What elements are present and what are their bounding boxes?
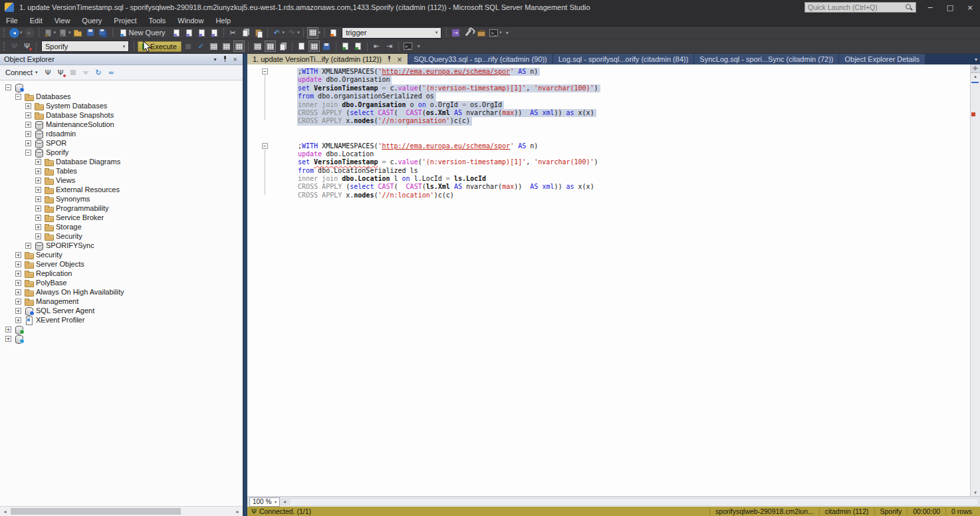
menu-edit[interactable]: Edit xyxy=(24,15,49,27)
expand-icon[interactable]: + xyxy=(35,196,41,202)
collapse-icon[interactable]: − xyxy=(25,150,31,156)
tree-item-spor[interactable]: +SPOR xyxy=(0,138,243,148)
new-query-button[interactable]: New Query xyxy=(116,28,170,37)
expand-icon[interactable]: + xyxy=(25,131,31,137)
expand-icon[interactable]: + xyxy=(35,215,41,221)
expand-icon[interactable]: + xyxy=(15,261,21,267)
navigate-backward-icon[interactable]: ◂ xyxy=(9,27,20,39)
undo-icon[interactable]: ↶ xyxy=(271,27,283,39)
include-actual-plan-icon[interactable] xyxy=(233,41,245,52)
intellisense-dropdown-icon[interactable]: ▾ xyxy=(318,30,321,35)
tree-item-service-broker[interactable]: +Service Broker xyxy=(0,213,243,222)
new-dmx-query-icon[interactable] xyxy=(184,27,195,39)
expand-icon[interactable]: + xyxy=(5,326,11,332)
new-query-template-dropdown-icon[interactable]: ▾ xyxy=(54,30,57,35)
filter-icon[interactable] xyxy=(80,67,92,78)
expand-icon[interactable]: + xyxy=(25,243,31,249)
intellisense-enabled-icon[interactable] xyxy=(307,27,318,39)
close-icon[interactable]: × xyxy=(397,56,402,63)
scroll-down-icon[interactable]: ▾ xyxy=(971,490,980,495)
properties-wrench-icon[interactable] xyxy=(463,27,474,39)
tab-1[interactable]: 1. update VersionTi...ify (citadmin (112… xyxy=(247,54,408,64)
include-client-statistics-icon[interactable] xyxy=(252,41,263,52)
expand-icon[interactable]: + xyxy=(35,205,41,211)
new-xmla-query-icon[interactable] xyxy=(196,27,207,39)
change-connection-icon[interactable]: Ψ xyxy=(21,41,33,52)
expand-icon[interactable]: + xyxy=(35,178,41,184)
tab-5[interactable]: Object Explorer Details xyxy=(839,54,925,64)
tab-2[interactable]: SQLQuery33.sql - sp...rify (citadmin (90… xyxy=(408,54,552,64)
object-explorer-hscrollbar[interactable]: ◂ ▸ xyxy=(0,506,243,516)
increase-indent-icon[interactable]: ⇥ xyxy=(384,41,395,52)
minimize-button[interactable]: ─ xyxy=(920,0,940,15)
include-live-query-statistics-icon[interactable] xyxy=(265,41,276,52)
paste-icon[interactable] xyxy=(253,27,264,39)
expand-icon[interactable]: + xyxy=(35,168,41,174)
quick-launch-box[interactable] xyxy=(804,2,916,13)
editor-hscrollbar[interactable] xyxy=(289,498,979,506)
toolbox-icon[interactable] xyxy=(475,27,487,39)
menu-help[interactable]: Help xyxy=(209,15,237,27)
toolbar-dropdown-icon[interactable]: ▾ xyxy=(499,30,502,35)
new-query-template-icon[interactable] xyxy=(43,27,54,39)
command-window-icon[interactable] xyxy=(488,27,499,39)
tree-item-rdsadmin[interactable]: +rdsadmin xyxy=(0,129,243,138)
navigate-forward-icon[interactable]: ▸ xyxy=(24,27,35,39)
expand-icon[interactable]: + xyxy=(35,224,41,230)
navigate-backward-dropdown-icon[interactable]: ▾ xyxy=(20,30,23,35)
connect-button[interactable]: Connect▾ xyxy=(3,68,42,76)
tree-item-xevent-profiler[interactable]: +XEvent Profiler xyxy=(0,315,243,324)
tree-item-server-objects[interactable]: +Server Objects xyxy=(0,259,243,269)
results-to-grid-icon[interactable] xyxy=(308,41,320,52)
pin-icon[interactable] xyxy=(220,55,230,64)
tree-item-polybase[interactable]: +PolyBase xyxy=(0,278,243,287)
tree-item-database-snapshots[interactable]: +Database Snapshots xyxy=(0,110,243,120)
fold-collapse-icon[interactable]: − xyxy=(262,68,268,74)
expand-icon[interactable]: + xyxy=(25,122,31,128)
undo-dropdown-icon[interactable]: ▾ xyxy=(283,30,285,35)
scroll-right-icon[interactable]: ▸ xyxy=(233,507,243,516)
tree-item-sql-server-agent[interactable]: +SQL Server Agent xyxy=(0,306,243,315)
database-combo[interactable]: Sporify▾ xyxy=(41,41,129,52)
editor-vscrollbar[interactable]: ✛ ▴ ▾ xyxy=(970,64,980,496)
tab-3[interactable]: Log.sql - sporifysql...orify (citadmin (… xyxy=(553,54,694,64)
results-to-text-icon[interactable] xyxy=(296,41,307,52)
expand-icon[interactable]: + xyxy=(5,336,11,342)
results-to-file-icon[interactable] xyxy=(321,41,332,52)
save-icon[interactable] xyxy=(85,27,96,39)
tree-item-system-databases[interactable]: +System Databases xyxy=(0,101,243,110)
expand-icon[interactable]: + xyxy=(15,299,21,305)
new-mdx-query-icon[interactable] xyxy=(171,27,182,39)
query-options-icon[interactable] xyxy=(221,41,232,52)
tree-item-external-resources[interactable]: +External Resources xyxy=(0,185,243,194)
collapse-icon[interactable]: − xyxy=(5,84,11,90)
scroll-left-icon[interactable]: ◂ xyxy=(280,499,289,505)
tab-list-dropdown-icon[interactable]: ▾ xyxy=(975,57,977,63)
expand-icon[interactable]: + xyxy=(25,140,31,146)
save-all-icon[interactable] xyxy=(98,27,109,39)
copy-icon[interactable] xyxy=(240,27,251,39)
expand-icon[interactable]: + xyxy=(15,271,21,277)
expand-icon[interactable]: + xyxy=(25,112,31,118)
tree-item-databases[interactable]: −Databases xyxy=(0,92,243,101)
expand-icon[interactable]: + xyxy=(15,252,21,258)
scroll-up-icon[interactable]: ▴ xyxy=(971,74,980,79)
navigate-to-icon[interactable] xyxy=(450,27,461,39)
tree-item-server[interactable]: + xyxy=(0,324,243,334)
tree-item-replication[interactable]: +Replication xyxy=(0,269,243,278)
menu-window[interactable]: Window xyxy=(172,15,209,27)
tree-item-storage[interactable]: +Storage xyxy=(0,222,243,231)
scroll-left-icon[interactable]: ◂ xyxy=(0,507,10,516)
tree-item-maintenancesolution[interactable]: +MaintenanceSolution xyxy=(0,120,243,129)
close-panel-icon[interactable]: × xyxy=(230,57,240,63)
cut-icon[interactable]: ✂ xyxy=(227,27,239,39)
quick-launch-input[interactable] xyxy=(805,3,905,11)
tree-item-server[interactable]: − xyxy=(0,82,243,92)
restore-button[interactable]: □ xyxy=(940,0,960,15)
menu-view[interactable]: View xyxy=(49,15,76,27)
tree-item-database-diagrams[interactable]: +Database Diagrams xyxy=(0,157,243,166)
stop-refresh-icon[interactable] xyxy=(68,67,79,78)
tab-4[interactable]: SyncLog.sql - spori...Sync (citadmin (72… xyxy=(694,54,838,64)
menu-file[interactable]: File xyxy=(0,15,24,27)
sql-editor[interactable]: ;WITH XMLNAMESPACES('http://ema.europa.e… xyxy=(247,64,980,496)
